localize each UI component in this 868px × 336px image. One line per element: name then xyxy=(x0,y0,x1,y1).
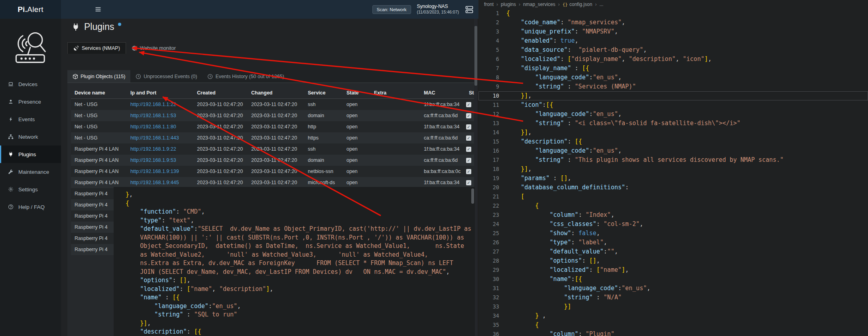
editor-line-19[interactable]: 19 "params" : [], xyxy=(478,174,868,183)
subtab-unprocessed-events-0[interactable]: Unprocessed Events (0) xyxy=(130,70,202,83)
editor-line-29[interactable]: 29 "localized": ["name"], xyxy=(478,265,868,275)
status-checkbox[interactable]: ✓ xyxy=(466,180,471,185)
device-port-link[interactable]: http://192.168.1.1:80 xyxy=(130,124,176,130)
status-checkbox[interactable]: ✓ xyxy=(466,136,471,141)
device-port-link[interactable]: http://192.168.1.1:443 xyxy=(130,135,179,141)
column-header[interactable]: MAC xyxy=(420,90,465,96)
title-info-badge[interactable] xyxy=(118,23,121,26)
line-number: 26 xyxy=(478,238,499,247)
device-port-link[interactable]: http://192.168.1.9:445 xyxy=(130,180,179,185)
editor-line-15[interactable]: 15 "description": [{ xyxy=(478,137,868,146)
editor-line-31[interactable]: 31 "language_code":"en_us", xyxy=(478,284,868,293)
status-checkbox[interactable]: ✓ xyxy=(466,147,471,152)
column-header[interactable]: Ip and Port xyxy=(127,90,193,96)
status-checkbox[interactable]: ✓ xyxy=(466,124,471,130)
sidebar-item-plugins[interactable]: Plugins xyxy=(0,145,61,163)
editor-line-27[interactable]: 27 "default_value":"", xyxy=(478,247,868,256)
plug-icon xyxy=(8,151,14,157)
editor-line-6[interactable]: 6 "localized": ["display_name", "descrip… xyxy=(478,55,868,64)
editor-line-34[interactable]: 34 } , xyxy=(478,311,868,320)
cell-service: ssh xyxy=(304,146,343,152)
editor-line-32[interactable]: 32 "string" : "N/A" xyxy=(478,293,868,302)
editor-line-20[interactable]: 20 "database_column_definitions": xyxy=(478,183,868,192)
device-port-link[interactable]: http://192.168.1.1:53 xyxy=(130,113,176,118)
editor-line-4[interactable]: 4 "enabled": true, xyxy=(478,36,868,45)
device-port-link[interactable]: http://192.168.1.9:53 xyxy=(130,157,176,163)
line-number: 12 xyxy=(478,110,499,119)
column-header[interactable]: Service xyxy=(304,90,343,96)
cell-device-name: Net - USG xyxy=(71,124,127,130)
breadcrumb-item-more[interactable]: ... xyxy=(599,2,603,7)
cell-device-name: Net - USG xyxy=(71,113,127,118)
editor-line-12[interactable]: 12 "language_code":"en_us", xyxy=(478,110,868,119)
editor-line-18[interactable]: 18 }], xyxy=(478,165,868,174)
editor-line-7[interactable]: 7 "display_name" : [{ xyxy=(478,64,868,73)
app-logo[interactable]: Pi.Alert xyxy=(0,0,61,19)
editor-line-35[interactable]: 35 { xyxy=(478,320,868,330)
column-header[interactable]: Changed xyxy=(248,90,304,96)
overlay-code-line: "function": "CMD", xyxy=(118,208,471,216)
device-port-link[interactable]: http://192.168.1.1:22 xyxy=(130,102,176,107)
column-header[interactable]: Created xyxy=(193,90,248,96)
sidebar-item-network[interactable]: Network xyxy=(0,128,61,145)
menu-toggle-icon[interactable] xyxy=(94,6,102,13)
subtab-plugin-objects-115[interactable]: Plugin Objects (115) xyxy=(67,70,130,83)
status-checkbox[interactable]: ✓ xyxy=(466,102,471,107)
status-checkbox[interactable]: ✓ xyxy=(466,169,471,174)
editor-line-22[interactable]: 22 { xyxy=(478,201,868,210)
editor-line-36[interactable]: 36 "column": "Plugin" xyxy=(478,330,868,336)
breadcrumb-item-nmap-services[interactable]: nmap_services xyxy=(523,2,555,7)
status-checkbox[interactable]: ✓ xyxy=(466,113,471,118)
editor-line-1[interactable]: 1{ xyxy=(478,9,868,18)
breadcrumb-item-plugins[interactable]: plugins xyxy=(501,2,516,7)
tab-services-nmap[interactable]: Services (NMAP) xyxy=(67,42,126,54)
column-header[interactable]: State xyxy=(343,90,370,96)
status-checkbox[interactable]: ✓ xyxy=(466,158,471,163)
nas-device-icon[interactable] xyxy=(465,5,474,14)
subtab-events-history-50-out-of-1265[interactable]: Events History (50 out of 1265) xyxy=(202,70,289,83)
app-scrollbar-thumb[interactable] xyxy=(474,26,477,86)
editor-code-area[interactable]: 1{2 "code_name": "nmap_services",3 "uniq… xyxy=(478,9,868,336)
editor-line-17[interactable]: 17 "string" : "This plugin shows all ser… xyxy=(478,155,868,165)
column-header[interactable]: Extra xyxy=(370,90,420,96)
editor-line-5[interactable]: 5 "data_source": "pialert-db-query", xyxy=(478,45,868,55)
editor-line-2[interactable]: 2 "code_name": "nmap_services", xyxy=(478,18,868,27)
editor-line-10[interactable]: 10 }], xyxy=(478,91,868,100)
sidebar-item-maintenance[interactable]: Maintenance xyxy=(0,163,61,181)
editor-line-13[interactable]: 13 "string" : "<i class=\"fa-solid fa-sa… xyxy=(478,119,868,128)
line-number: 30 xyxy=(478,275,499,284)
editor-line-21[interactable]: 21 [ xyxy=(478,192,868,201)
editor-line-33[interactable]: 33 }] xyxy=(478,302,868,311)
editor-line-3[interactable]: 3 "unique_prefix": "NMAPSRV", xyxy=(478,27,868,36)
sidebar-item-presence[interactable]: Presence xyxy=(0,93,61,110)
editor-line-8[interactable]: 8 "language_code":"en_us", xyxy=(478,73,868,82)
device-port-link[interactable]: http://192.168.1.9:22 xyxy=(130,146,176,152)
sidebar-item-help-faq[interactable]: Help / FAQ xyxy=(0,198,61,216)
cell-mac: ca:ff:ff:ca:ba:6d xyxy=(420,157,465,163)
device-port-link[interactable]: http://192.168.1.9:139 xyxy=(130,169,179,174)
editor-line-30[interactable]: 30 "name":[{ xyxy=(478,275,868,284)
editor-line-9[interactable]: 9 "string" : "Services (NMAP)" xyxy=(478,82,868,91)
editor-line-25[interactable]: 25 "show": false, xyxy=(478,229,868,238)
editor-line-11[interactable]: 11 "icon":[{ xyxy=(478,100,868,110)
editor-line-23[interactable]: 23 "column": "Index", xyxy=(478,210,868,220)
host-timestamp: (11/03/2023, 15:46:07) xyxy=(417,10,459,15)
sidebar-item-devices[interactable]: Devices xyxy=(0,75,61,93)
cell-service: http xyxy=(304,124,343,130)
sidebar: DevicesPresenceEventsNetworkPluginsMaint… xyxy=(0,19,61,336)
editor-line-24[interactable]: 24 "css_classes": "col-sm-2", xyxy=(478,220,868,229)
overlay-scrollbar-thumb[interactable] xyxy=(471,189,474,204)
sidebar-item-events[interactable]: Events xyxy=(0,110,61,128)
editor-line-14[interactable]: 14 }], xyxy=(478,128,868,137)
breadcrumb-item-front[interactable]: front xyxy=(484,2,494,7)
editor-line-28[interactable]: 28 "options": [], xyxy=(478,256,868,265)
editor-line-16[interactable]: 16 "language_code":"en_us", xyxy=(478,146,868,155)
sidebar-item-settings[interactable]: Settings xyxy=(0,181,61,198)
cell-ip-port: http://192.168.1.1:22 xyxy=(127,102,193,107)
breadcrumb-item-config-json[interactable]: {}config.json xyxy=(563,2,592,7)
column-header[interactable]: Device name xyxy=(71,90,127,96)
tab-website-monitor[interactable]: Website monitor xyxy=(126,42,181,54)
line-number: 9 xyxy=(478,82,499,91)
overlay-code-line: VARCHAR(100)) || ':' || cast( SUBSTR(ns.… xyxy=(118,234,471,242)
editor-line-26[interactable]: 26 "type": "label", xyxy=(478,238,868,247)
